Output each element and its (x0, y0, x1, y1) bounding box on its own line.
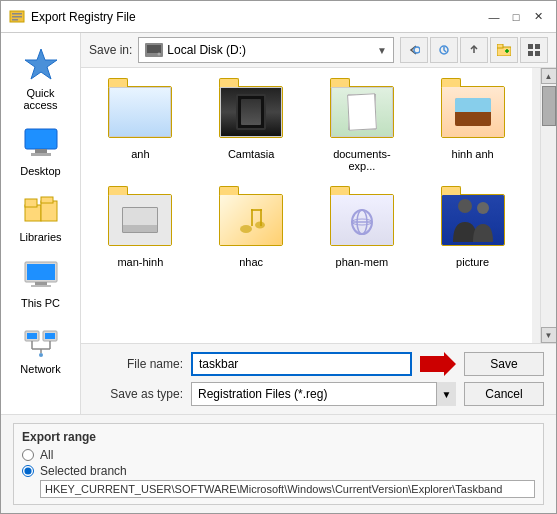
save-as-type-wrapper: Registration Files (*.reg) ▼ (191, 382, 456, 406)
recent-icon (438, 44, 450, 56)
svg-point-46 (477, 202, 489, 214)
file-name-input[interactable] (191, 352, 412, 376)
svg-marker-47 (420, 352, 456, 376)
file-item-camtasia[interactable]: Camtasia (200, 76, 303, 176)
svg-rect-26 (147, 45, 161, 53)
svg-marker-4 (25, 49, 57, 79)
svg-rect-5 (25, 129, 57, 149)
save-button[interactable]: Save (464, 352, 544, 376)
svg-point-45 (458, 199, 472, 213)
radio-selected-row: Selected branch (22, 464, 535, 478)
save-button-label: Save (490, 357, 517, 371)
file-item-anh[interactable]: anh (89, 76, 192, 176)
folder-tab (108, 78, 128, 87)
radio-all-row: All (22, 448, 535, 462)
red-arrow-icon (420, 352, 456, 376)
toolbar-buttons (400, 37, 548, 63)
cancel-button-label: Cancel (485, 387, 522, 401)
sidebar: Quick access Desktop (1, 33, 81, 414)
export-range-section: Export range All Selected branch HKEY_CU… (1, 414, 556, 513)
file-label-man-hinh: man-hinh (117, 256, 163, 268)
save-as-type-row: Save as type: Registration Files (*.reg)… (93, 382, 544, 406)
file-label-hinh-anh: hinh anh (452, 148, 494, 160)
drive-icon (145, 43, 163, 57)
save-in-select[interactable]: Local Disk (D:) ▼ (138, 37, 394, 63)
file-item-documents[interactable]: documents-exp... (311, 76, 414, 176)
svg-rect-13 (27, 264, 55, 280)
scrollbar-track: ▲ ▼ (540, 68, 556, 343)
file-item-nhac[interactable]: nhac (200, 184, 303, 272)
views-icon (528, 44, 540, 56)
svg-rect-2 (12, 16, 22, 18)
svg-rect-3 (12, 19, 18, 21)
export-range-title: Export range (22, 430, 535, 444)
radio-selected-branch[interactable] (22, 465, 34, 477)
views-button[interactable] (520, 37, 548, 63)
recent-locations-button[interactable] (430, 37, 458, 63)
radio-selected-branch-label: Selected branch (40, 464, 127, 478)
file-label-phan-mem: phan-mem (336, 256, 389, 268)
dialog-body: Quick access Desktop (1, 33, 556, 414)
new-folder-icon (497, 44, 511, 56)
up-folder-button[interactable] (460, 37, 488, 63)
file-grid: anh (81, 68, 540, 343)
save-in-arrow: ▼ (377, 45, 387, 56)
svg-rect-11 (41, 197, 53, 203)
dialog-title: Export Registry File (31, 10, 478, 24)
music-icon (236, 205, 266, 235)
file-item-picture[interactable]: picture (421, 184, 524, 272)
people-icon (445, 198, 501, 242)
file-item-man-hinh[interactable]: man-hinh (89, 184, 192, 272)
svg-rect-10 (41, 201, 57, 221)
save-as-type-select[interactable]: Registration Files (*.reg) (191, 382, 456, 406)
sidebar-item-this-pc[interactable]: This PC (5, 251, 77, 313)
file-grid-container: anh (81, 68, 556, 343)
file-label-anh: anh (131, 148, 149, 160)
scrollbar-thumb[interactable] (542, 86, 556, 126)
sidebar-item-quick-access[interactable]: Quick access (5, 41, 77, 115)
svg-rect-6 (35, 149, 47, 153)
file-name-label: File name: (93, 357, 183, 371)
libraries-icon (23, 191, 59, 227)
file-label-nhac: nhac (239, 256, 263, 268)
sidebar-item-libraries[interactable]: Libraries (5, 185, 77, 247)
svg-rect-9 (25, 199, 37, 207)
svg-rect-32 (528, 44, 533, 49)
file-name-row: File name: Save (93, 352, 544, 376)
close-button[interactable]: ✕ (528, 7, 548, 27)
svg-rect-31 (497, 44, 503, 48)
back-button[interactable] (400, 37, 428, 63)
save-as-type-label: Save as type: (93, 387, 183, 401)
toolbar: Save in: Local Disk (D:) ▼ (81, 33, 556, 68)
svg-point-28 (414, 47, 420, 53)
svg-rect-38 (251, 209, 253, 226)
registry-icon (9, 9, 25, 25)
svg-point-27 (158, 53, 161, 56)
minimize-button[interactable]: — (484, 7, 504, 27)
scroll-down-button[interactable]: ▼ (541, 327, 557, 343)
svg-rect-40 (260, 209, 262, 226)
radio-all-label: All (40, 448, 53, 462)
file-label-documents: documents-exp... (322, 148, 402, 172)
save-in-label: Save in: (89, 43, 132, 57)
svg-point-24 (39, 353, 43, 357)
main-content: Save in: Local Disk (D:) ▼ (81, 33, 556, 414)
cancel-button[interactable]: Cancel (464, 382, 544, 406)
svg-rect-7 (31, 153, 51, 156)
sidebar-item-desktop[interactable]: Desktop (5, 119, 77, 181)
scroll-up-button[interactable]: ▲ (541, 68, 557, 84)
radio-all[interactable] (22, 449, 34, 461)
file-label-picture: picture (456, 256, 489, 268)
new-folder-button[interactable] (490, 37, 518, 63)
svg-point-36 (240, 225, 252, 233)
svg-rect-35 (535, 51, 540, 56)
file-item-hinh-anh[interactable]: hinh anh (421, 76, 524, 176)
file-item-phan-mem[interactable]: phan-mem (311, 184, 414, 272)
sidebar-item-network[interactable]: Network (5, 317, 77, 379)
sidebar-item-quick-access-label: Quick access (9, 87, 73, 111)
sidebar-item-network-label: Network (20, 363, 60, 375)
maximize-button[interactable]: □ (506, 7, 526, 27)
desktop-icon (23, 125, 59, 161)
back-icon (408, 44, 420, 56)
sidebar-item-this-pc-label: This PC (21, 297, 60, 309)
